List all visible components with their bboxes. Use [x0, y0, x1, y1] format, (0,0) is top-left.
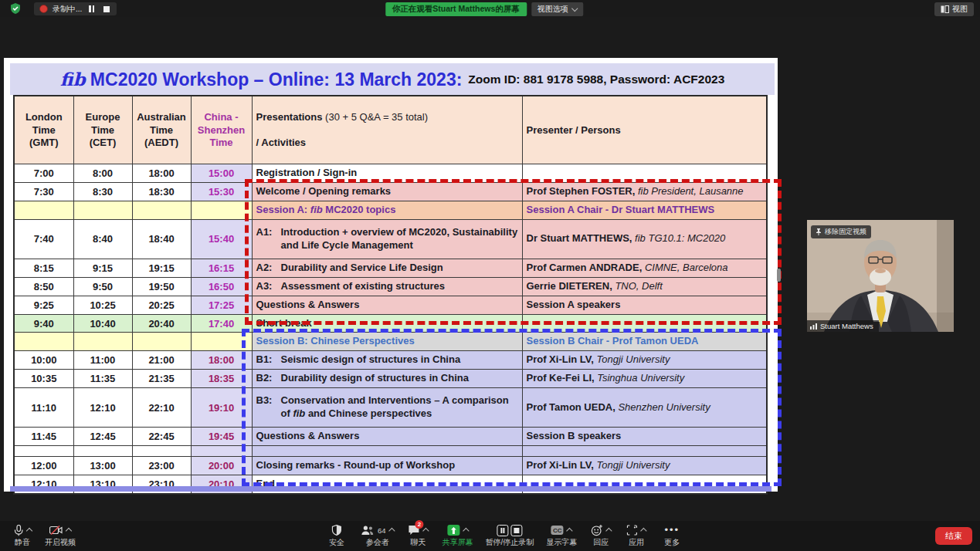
- reactions-button[interactable]: 回应: [589, 524, 612, 546]
- captions-button[interactable]: CC 显示字幕: [546, 524, 577, 546]
- chevron-up-icon[interactable]: [463, 528, 469, 534]
- share-screen-button[interactable]: 共享屏幕: [442, 524, 473, 546]
- end-meeting-button[interactable]: 结束: [935, 527, 972, 545]
- record-dot-icon: [39, 5, 48, 13]
- table-row: 8:159:1519:1516:15A2:Durability and Serv…: [14, 259, 767, 277]
- time-cell: 11:45: [14, 428, 73, 446]
- chat-unread-badge: 2: [415, 520, 423, 529]
- china-time-cell: 16:50: [191, 277, 252, 296]
- recording-label: 录制中...: [53, 4, 82, 15]
- chevron-up-icon[interactable]: [641, 528, 647, 534]
- audio-level-icon: [810, 323, 817, 330]
- stop-icon[interactable]: [510, 525, 522, 536]
- time-cell: 9:25: [14, 296, 73, 314]
- reactions-label: 回应: [593, 539, 609, 546]
- presenter-cell: [522, 314, 767, 333]
- china-time-cell: 15:40: [191, 219, 252, 259]
- time-cell: 7:40: [14, 219, 73, 259]
- china-time-cell: 19:45: [191, 428, 252, 446]
- presenter-cell: Session A Chair - Dr Stuart MATTHEWS: [522, 201, 767, 220]
- chat-button[interactable]: 2 聊天: [406, 524, 429, 546]
- time-cell: 21:00: [132, 351, 191, 370]
- time-cell: 22:10: [132, 388, 191, 428]
- chevron-up-icon[interactable]: [422, 528, 429, 534]
- time-cell: 21:35: [132, 370, 191, 388]
- presenter-cell: Session B Chair - Prof Tamon UEDA: [522, 333, 767, 351]
- captions-label: 显示字幕: [546, 539, 577, 546]
- presenter-cell: Prof Stephen FOSTER, fib President, Laus…: [522, 183, 767, 201]
- time-cell: 8:30: [73, 183, 132, 201]
- stop-recording-button[interactable]: [101, 4, 111, 14]
- pause-icon: [89, 5, 94, 12]
- table-row: Session B: Chinese PerspectivesSession B…: [14, 333, 767, 351]
- table-row: 8:509:5019:5016:50A3:Assessment of exist…: [14, 277, 767, 296]
- share-screen-label: 共享屏幕: [442, 539, 473, 546]
- time-cell: 8:50: [14, 277, 73, 296]
- china-time-cell: 20:00: [191, 457, 252, 475]
- view-button-label: 视图: [952, 4, 968, 15]
- participants-count: 64: [378, 526, 386, 535]
- chevron-up-icon[interactable]: [25, 528, 32, 534]
- participants-button[interactable]: 64 参会者: [361, 524, 395, 546]
- time-cell: 9:40: [14, 314, 73, 333]
- participants-label: 参会者: [366, 539, 389, 546]
- mute-label: 静音: [15, 539, 30, 546]
- table-row: 11:1012:1022:1019:10B3:Conservation and …: [14, 388, 767, 428]
- time-cell: [14, 201, 73, 220]
- slide-title-band: fib MC2020 Workshop – Online: 13 March 2…: [10, 63, 775, 95]
- activity-cell: Questions & Answers: [252, 428, 522, 446]
- time-cell: 7:30: [14, 183, 73, 201]
- table-row: 10:0011:0021:0018:00B1:Seismic design of…: [14, 351, 767, 370]
- camera-off-icon: [49, 526, 63, 535]
- chevron-up-icon[interactable]: [66, 528, 72, 534]
- china-time-cell: [191, 446, 252, 457]
- view-options-button[interactable]: 视图选项: [531, 2, 583, 16]
- view-button[interactable]: 视图: [934, 2, 974, 16]
- time-cell: 18:40: [132, 219, 191, 259]
- chevron-up-icon[interactable]: [605, 528, 612, 534]
- chevron-up-icon[interactable]: [388, 528, 395, 534]
- table-row: 9:4010:4020:4017:40Short break: [14, 314, 767, 333]
- participants-icon: [361, 526, 374, 536]
- apps-icon: [627, 525, 638, 536]
- pause-stop-recording-button[interactable]: 暂停/停止录制: [485, 524, 534, 546]
- slide-title: fib MC2020 Workshop – Online: 13 March 2…: [60, 69, 463, 90]
- presenter-cell: Prof Xi-Lin LV, Tongji University: [522, 457, 767, 475]
- time-cell: [132, 201, 191, 220]
- meeting-toolbar: 静音 开启视频 安全: [0, 521, 980, 551]
- video-tile: 移除固定视频 Stuart Matthews: [807, 220, 954, 332]
- time-cell: 10:00: [14, 351, 73, 370]
- remove-pin-button[interactable]: 移除固定视频: [811, 225, 871, 238]
- security-button[interactable]: 安全: [325, 524, 348, 546]
- time-cell: [73, 201, 132, 220]
- mute-button[interactable]: 静音: [11, 524, 34, 546]
- reactions-smiley-icon: [591, 525, 602, 536]
- activity-cell: A3:Assessment of existing structures: [252, 277, 522, 296]
- chevron-up-icon[interactable]: [567, 528, 573, 534]
- participant-name-tag: Stuart Matthews: [807, 320, 879, 332]
- apps-button[interactable]: 应用: [625, 524, 648, 546]
- header-presenter: Presenter / Persons: [522, 96, 767, 164]
- activity-cell: Welcome / Opening remarks: [252, 183, 522, 201]
- activity-cell: B3:Conservation and Interventions – A co…: [252, 388, 522, 428]
- more-button[interactable]: ••• 更多: [660, 524, 683, 546]
- time-cell: 23:00: [132, 457, 191, 475]
- table-row: 7:008:0018:0015:00Registration / Sign-in: [14, 164, 767, 183]
- time-cell: 18:30: [132, 183, 191, 201]
- start-video-button[interactable]: 开启视频: [45, 524, 76, 546]
- presenter-cell: [522, 164, 767, 183]
- pause-icon[interactable]: [497, 525, 508, 536]
- time-cell: [132, 446, 191, 457]
- presenter-cell: [522, 446, 767, 457]
- view-layout-icon: [941, 5, 949, 13]
- panel-resize-handle[interactable]: [777, 269, 781, 282]
- header-london-time: London Time (GMT): [14, 96, 73, 164]
- time-cell: 10:25: [73, 296, 132, 314]
- table-row: Session A: fib MC2020 topicsSession A Ch…: [14, 201, 767, 220]
- watching-banner: 你正在观看Stuart Matthews的屏幕: [385, 2, 527, 16]
- activity-cell: Closing remarks - Round-up of Workshop: [252, 457, 522, 475]
- presenter-cell: Session B speakers: [522, 428, 767, 446]
- pause-recording-button[interactable]: [86, 4, 97, 14]
- pause-stop-label: 暂停/停止录制: [485, 539, 534, 546]
- china-time-cell: 17:40: [191, 314, 252, 333]
